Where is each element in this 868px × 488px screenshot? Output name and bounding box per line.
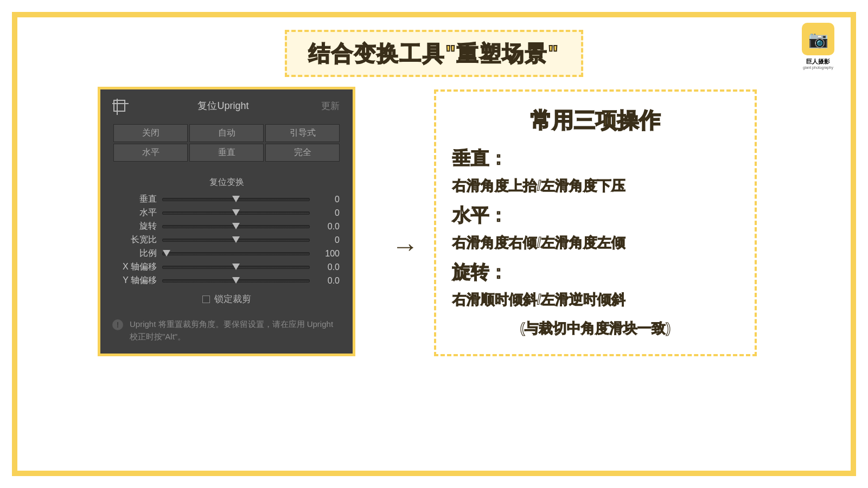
slider-value: 100: [310, 249, 340, 259]
slider-label: 旋转: [113, 221, 162, 232]
update-button[interactable]: 更新: [321, 100, 340, 112]
arrow-icon: →: [392, 230, 419, 262]
brand-sub: giant photography: [796, 66, 840, 69]
slider-track[interactable]: [162, 252, 310, 255]
instructions-note: (与裁切中角度滑块一致): [452, 319, 738, 338]
instruction-heading: 垂直：: [452, 146, 738, 171]
section-label: 复位变换: [110, 177, 343, 188]
mode-auto-button[interactable]: 自动: [189, 124, 264, 142]
slider-track[interactable]: [162, 225, 310, 228]
slider-track[interactable]: [162, 266, 310, 269]
slider-thumb[interactable]: [232, 196, 240, 202]
slider-value: 0.0: [310, 222, 340, 232]
slider-label: Y 轴偏移: [113, 275, 162, 286]
page-title-box: 结合变换工具"重塑场景": [285, 30, 583, 77]
lock-crop-label: 锁定裁剪: [214, 293, 251, 305]
upright-mode-grid: 关闭 自动 引导式 水平 垂直 完全: [110, 124, 343, 162]
panel-title: 复位Upright: [197, 99, 248, 112]
slider-thumb[interactable]: [232, 236, 240, 243]
camera-icon: 📷: [802, 23, 834, 55]
lock-crop-checkbox[interactable]: [202, 296, 210, 303]
slider-value: 0.0: [310, 276, 340, 286]
instruction-body: 右滑顺时倾斜/左滑逆时倾斜: [452, 290, 738, 309]
panel-header: 复位Upright 更新: [110, 99, 343, 112]
transform-panel-frame: 复位Upright 更新 关闭 自动 引导式 水平 垂直 完全 复位变换 垂直 …: [98, 87, 355, 356]
lock-crop-row: 锁定裁剪: [110, 293, 343, 305]
slider-label: 垂直: [113, 194, 162, 205]
slider-value: 0: [310, 195, 340, 204]
slider-track[interactable]: [162, 279, 310, 282]
slider-label: 水平: [113, 207, 162, 219]
instruction-body: 右滑角度上抬/左滑角度下压: [452, 176, 738, 195]
instructions-title: 常用三项操作: [452, 105, 738, 135]
slider-label: 长宽比: [113, 234, 162, 246]
mode-guided-button[interactable]: 引导式: [265, 124, 340, 142]
slider-row: 长宽比 0: [110, 234, 343, 246]
instructions-box: 常用三项操作 垂直：右滑角度上抬/左滑角度下压水平：右滑角度右倾/左滑角度左倾旋…: [434, 89, 757, 356]
slider-track[interactable]: [162, 198, 310, 201]
slider-row: 垂直 0: [110, 194, 343, 205]
slider-row: 水平 0: [110, 207, 343, 219]
slider-thumb[interactable]: [232, 277, 240, 284]
transform-panel: 复位Upright 更新 关闭 自动 引导式 水平 垂直 完全 复位变换 垂直 …: [100, 89, 353, 354]
slider-row: X 轴偏移 0.0: [110, 261, 343, 273]
mode-full-button[interactable]: 完全: [265, 144, 340, 162]
slider-label: 比例: [113, 248, 162, 259]
slider-value: 0.0: [310, 262, 340, 272]
instruction-heading: 旋转：: [452, 260, 738, 285]
slider-label: X 轴偏移: [113, 261, 162, 273]
warning-row: ! Upright 将重置裁剪角度。要保留设置，请在应用 Upright 校正时…: [110, 318, 343, 343]
slider-thumb[interactable]: [232, 209, 240, 216]
slider-row: 旋转 0.0: [110, 221, 343, 232]
instruction-body: 右滑角度右倾/左滑角度左倾: [452, 233, 738, 252]
warning-text: Upright 将重置裁剪角度。要保留设置，请在应用 Upright 校正时按"…: [130, 318, 341, 343]
slider-row: Y 轴偏移 0.0: [110, 275, 343, 286]
crop-icon[interactable]: [113, 100, 125, 112]
slider-track[interactable]: [162, 211, 310, 215]
slider-value: 0: [310, 235, 340, 245]
page-title: 结合变换工具"重塑场景": [309, 38, 559, 68]
slider-row: 比例 100: [110, 248, 343, 259]
slider-thumb[interactable]: [232, 223, 240, 229]
mode-vertical-button[interactable]: 垂直: [189, 144, 264, 162]
brand-name: 巨人摄影: [796, 57, 840, 66]
brand-logo: 📷 巨人摄影 giant photography: [796, 23, 840, 69]
mode-off-button[interactable]: 关闭: [113, 124, 188, 142]
slider-thumb[interactable]: [163, 250, 170, 256]
slider-thumb[interactable]: [232, 264, 240, 270]
instruction-heading: 水平：: [452, 203, 738, 228]
slider-track[interactable]: [162, 239, 310, 242]
slider-value: 0: [310, 208, 340, 218]
mode-level-button[interactable]: 水平: [113, 144, 188, 162]
warning-icon: !: [112, 319, 123, 330]
